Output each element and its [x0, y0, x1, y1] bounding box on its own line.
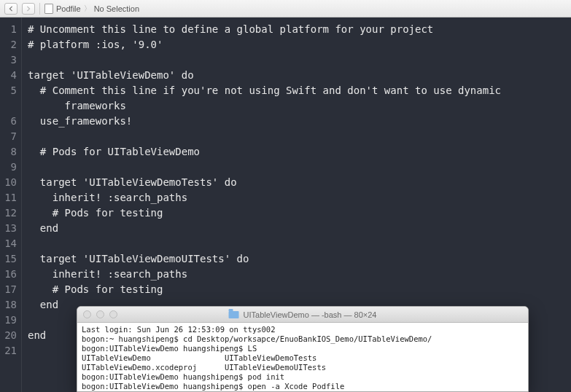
terminal-line: bogon:UITableViewDemo huangshipeng$ LS [82, 344, 524, 353]
line-number: 10 [0, 175, 17, 190]
line-number: 17 [0, 282, 17, 297]
line-number: 1 [0, 22, 17, 37]
line-number: 21 [0, 343, 17, 358]
line-number: 4 [0, 68, 17, 83]
jump-bar: Podfile 〉 No Selection [0, 0, 571, 17]
code-line[interactable]: target 'UITableViewDemoTests' do [28, 175, 571, 190]
code-line[interactable]: target 'UITableViewDemoUITests' do [28, 251, 571, 267]
code-line[interactable]: use_frameworks! [28, 114, 571, 129]
terminal-line: bogon:UITableViewDemo huangshipeng$ open… [82, 382, 524, 391]
minimize-icon[interactable] [96, 310, 104, 318]
terminal-line: UITableViewDemo.xcodeproj UITableViewDem… [82, 363, 524, 372]
terminal-body[interactable]: Last login: Sun Jun 26 12:53:09 on ttys0… [77, 323, 528, 392]
nav-forward-button[interactable] [22, 3, 35, 15]
line-number: 20 [0, 328, 17, 343]
terminal-line: bogon:~ huangshipeng$ cd Desktop/worksap… [82, 334, 524, 344]
line-number-gutter: 123456789101112131415161718192021 [0, 17, 22, 392]
code-line[interactable]: # Comment this line if you're not using … [28, 83, 571, 98]
breadcrumb-tail: No Selection [94, 4, 139, 13]
close-icon[interactable] [83, 310, 91, 318]
line-number: 5 [0, 83, 17, 98]
code-line[interactable]: # Pods for testing [28, 282, 571, 297]
line-number: 7 [0, 129, 17, 144]
terminal-line: Last login: Sun Jun 26 12:53:09 on ttys0… [82, 325, 524, 334]
file-icon [44, 4, 53, 14]
nav-back-button[interactable] [4, 3, 18, 15]
terminal-line: bogon:UITableViewDemo huangshipeng$ pod … [82, 372, 524, 382]
terminal-titlebar[interactable]: UITableViewDemo — -bash — 80×24 [77, 307, 528, 323]
line-number: 3 [0, 52, 17, 68]
code-line[interactable]: # Uncomment this line to define a global… [28, 22, 571, 37]
line-number: 8 [0, 144, 17, 160]
line-number: 19 [0, 313, 17, 328]
line-number: 12 [0, 205, 17, 221]
separator [39, 3, 40, 15]
code-line[interactable] [28, 52, 571, 68]
line-number: 6 [0, 114, 17, 129]
zoom-icon[interactable] [109, 310, 117, 318]
line-number: 16 [0, 267, 17, 282]
line-number: 9 [0, 160, 17, 175]
line-number: 2 [0, 37, 17, 52]
chevron-right-icon: 〉 [84, 4, 91, 14]
terminal-window[interactable]: UITableViewDemo — -bash — 80×24 Last log… [77, 306, 529, 392]
code-line[interactable]: frameworks [28, 98, 571, 114]
terminal-title: UITableViewDemo — -bash — 80×24 [244, 310, 377, 319]
code-line[interactable]: inherit! :search_paths [28, 190, 571, 205]
line-number: 18 [0, 297, 17, 313]
code-line[interactable]: target 'UITableViewDemo' do [28, 68, 571, 83]
code-line[interactable]: # platform :ios, '9.0' [28, 37, 571, 52]
line-number: 11 [0, 190, 17, 205]
code-line[interactable]: # Pods for testing [28, 205, 571, 221]
line-number: 13 [0, 221, 17, 236]
code-line[interactable] [28, 129, 571, 144]
folder-icon [229, 311, 239, 318]
line-number [0, 98, 17, 114]
code-line[interactable]: end [28, 221, 571, 236]
breadcrumb[interactable]: Podfile 〉 No Selection [44, 4, 139, 14]
terminal-line: UITableViewDemo UITableViewDemoTests [82, 353, 524, 363]
code-line[interactable] [28, 236, 571, 251]
code-line[interactable] [28, 160, 571, 175]
line-number: 14 [0, 236, 17, 251]
code-line[interactable]: # Pods for UITableViewDemo [28, 144, 571, 160]
code-line[interactable]: inherit! :search_paths [28, 267, 571, 282]
line-number: 15 [0, 251, 17, 267]
window-controls [83, 310, 117, 318]
breadcrumb-file: Podfile [56, 4, 81, 13]
